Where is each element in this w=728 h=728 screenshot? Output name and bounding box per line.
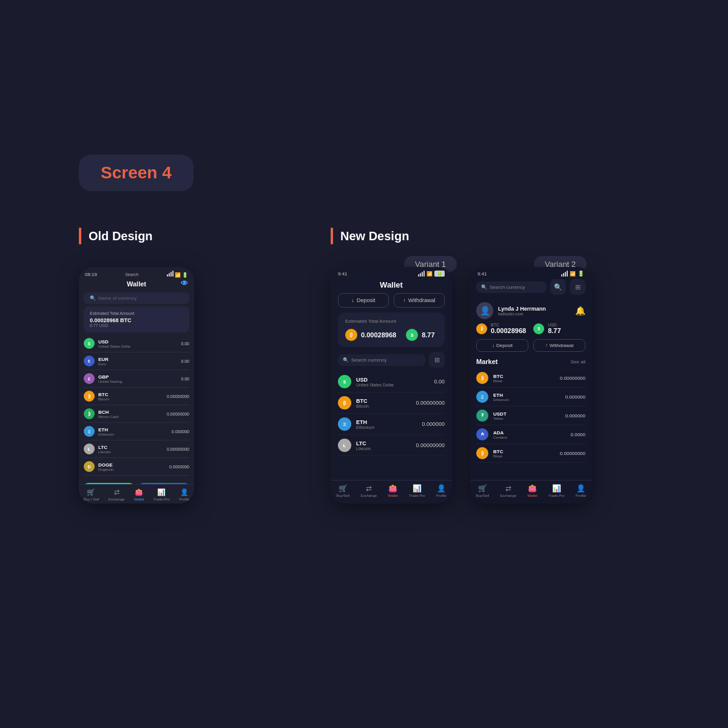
v1-btc-coin-icon: ₿	[345, 329, 357, 341]
v2-deposit-button[interactable]: ↓ Deposit	[476, 339, 528, 352]
v1-nav-tradepro[interactable]: 📊 Trade Pro	[409, 484, 425, 497]
wallet-icon: 👛	[135, 488, 143, 496]
list-item: € EUR Euro 0.00	[84, 352, 189, 370]
old-search-placeholder: Name of currency	[98, 295, 136, 301]
v2-nav-tradepro[interactable]: 📊 Trade Pro	[548, 484, 564, 497]
list-item: Ł LTC Litecoin 0.00000000	[338, 435, 445, 456]
old-total-box: Estimated Total Amount 0.00028968 BTC 8.…	[84, 306, 189, 332]
v2-search-icon: 🔍	[481, 285, 487, 290]
withdrawal-arrow-icon: ↑	[403, 297, 406, 303]
list-item: ₿ BTC Bitsat 0.00000000	[476, 369, 585, 388]
old-design-label: Old Design	[79, 228, 153, 244]
v1-nav-wallet[interactable]: 👛 Wallet	[388, 484, 397, 497]
list-item: Ð DOGE Dogecoin 0.0000000	[84, 458, 189, 476]
v2-profile-name: Lynda J Herrmann	[498, 306, 575, 312]
nav-item-exchange[interactable]: ⇄ Exchange	[109, 488, 125, 501]
v2-balance-row: ₿ BTC 0.00028968 $ USD 8.77	[470, 323, 592, 339]
phone-v2: 9:41 📶 🔋 🔍 Search currency 🔍 ⊞ 👤 Lynda J…	[470, 267, 592, 504]
v1-usd-coin-icon: $	[406, 329, 418, 341]
v2-deposit-icon: ↓	[492, 343, 494, 348]
phone-v1: 9:41 📶 🔋 Wallet ↓ Deposit ↑ Withdrawal E…	[331, 267, 452, 504]
v2-search-button[interactable]: 🔍	[550, 279, 566, 295]
v2-btc-label: BTC	[491, 323, 526, 327]
v2-exchange-icon: ⇄	[505, 484, 511, 493]
bch-icon: ₿	[84, 408, 95, 419]
v1-nav-profile[interactable]: 👤 Profile	[436, 484, 447, 497]
v2-btc-icon: ₿	[476, 372, 488, 384]
v2-withdrawal-button[interactable]: ↑ Withdrawal	[533, 339, 585, 352]
v1-search-field[interactable]: 🔍 Search currency	[338, 354, 425, 366]
v1-currency-list: $ USD United States Dollar 0.00 ₿ BTC Bi…	[338, 371, 445, 456]
v2-nav-exchange[interactable]: ⇄ Exchange	[500, 484, 516, 497]
v1-total-label: Estimated Total Amount	[345, 318, 437, 324]
v2-avatar: 👤	[476, 302, 493, 319]
v2-search-row: 🔍 Search currency 🔍 ⊞	[476, 279, 585, 295]
nav-item-tradepro[interactable]: 📊 Trade Pro	[153, 488, 169, 501]
ltc-icon: Ł	[84, 443, 95, 454]
v2-bell-icon[interactable]: 🔔	[575, 306, 585, 315]
v1-filter-button[interactable]: ⊞	[429, 352, 445, 368]
v1-total-section: Estimated Total Amount ₿ 0.00028968 $ 8.…	[338, 312, 445, 347]
old-total-label: Estimated Total Amount	[90, 311, 183, 315]
v2-wallet-nav-icon: 👛	[528, 484, 537, 493]
eye-icon[interactable]: 👁	[181, 279, 188, 288]
nav-item-wallet[interactable]: 👛 Wallet	[134, 488, 144, 501]
old-search-bar[interactable]: 🔍 Name of currency	[84, 292, 189, 304]
v2-btc2-icon: ₿	[476, 447, 488, 459]
v2-nav-profile[interactable]: 👤 Profile	[576, 484, 586, 497]
list-item: ₿ BTC Bitcoin 0.00000000	[84, 388, 189, 405]
phone-old: 08:19 Search 📶 🔋 Wallet 👁 🔍 Name of curr…	[79, 267, 194, 504]
v2-status-icons: 📶 🔋	[561, 271, 584, 277]
v2-usd-amount: 8.77	[548, 327, 561, 334]
old-nav-bar: 🛒 Buy / Sell ⇄ Exchange 👛 Wallet 📊 Trade…	[79, 484, 194, 504]
v2-usdt-icon: ₮	[476, 410, 488, 422]
list-item: £ GBP United Sterling 0.00	[84, 370, 189, 388]
list-item: $ USD United States Dollar 0.00	[84, 335, 189, 352]
list-item: ₿ BTC Bitsat 0.00000000	[476, 444, 585, 463]
list-item: Ł LTC Litecoin 0.00000000	[84, 440, 189, 458]
search-icon: 🔍	[90, 295, 96, 301]
tradepro-icon: 📊	[157, 488, 166, 496]
v2-buysell-icon: 🛒	[478, 484, 487, 493]
v1-title: Wallet	[331, 278, 452, 293]
v1-usd-icon: $	[338, 375, 351, 388]
v1-profile-icon: 👤	[437, 484, 446, 493]
v2-search-field[interactable]: 🔍 Search currency	[476, 281, 547, 293]
v1-btc-icon: ₿	[338, 396, 351, 410]
v2-search-placeholder: Search currency	[490, 285, 525, 290]
nav-item-buysell[interactable]: 🛒 Buy / Sell	[84, 488, 99, 501]
v2-usd-label: USD	[548, 323, 561, 327]
v2-profile-sub: hellootin.com	[498, 312, 575, 316]
gbp-icon: £	[84, 373, 95, 384]
v2-ada-icon: ₳	[476, 428, 488, 440]
old-total-usd: 8.77 USD	[90, 323, 183, 328]
btc-icon: ₿	[84, 391, 95, 402]
v2-status-bar: 9:41 📶 🔋	[470, 267, 592, 279]
buysell-icon: 🛒	[87, 488, 95, 496]
v2-nav-bar: 🛒 Buy/Sell ⇄ Exchange 👛 Wallet 📊 Trade P…	[470, 480, 592, 504]
nav-item-profile[interactable]: 👤 Profile	[179, 488, 189, 501]
v1-withdrawal-button[interactable]: ↑ Withdrawal	[394, 293, 445, 308]
v1-status-icons: 📶 🔋	[418, 271, 445, 277]
list-item: $ USD United States Dollar 0.00	[338, 371, 445, 393]
v2-profile-nav-icon: 👤	[576, 484, 585, 493]
usd-icon: $	[84, 338, 95, 349]
v1-exchange-icon: ⇄	[366, 484, 372, 493]
v2-nav-wallet[interactable]: 👛 Wallet	[527, 484, 537, 497]
v2-see-all[interactable]: See all	[571, 359, 585, 365]
v1-nav-buysell[interactable]: 🛒 Buy/Sell	[336, 484, 349, 497]
old-title: Wallet 👁	[79, 279, 194, 290]
v1-nav-bar: 🛒 Buy/Sell ⇄ Exchange 👛 Wallet 📊 Trade P…	[331, 480, 452, 504]
v2-btc-amount: 0.00028968	[491, 327, 526, 334]
deposit-arrow-icon: ↓	[351, 297, 354, 303]
v1-search-placeholder: Search currency	[351, 357, 386, 363]
eur-icon: €	[84, 356, 95, 366]
v1-action-btns: ↓ Deposit ↑ Withdrawal	[331, 293, 452, 312]
v2-filter-button[interactable]: ⊞	[570, 279, 585, 295]
v1-nav-exchange[interactable]: ⇄ Exchange	[360, 484, 377, 497]
eth-icon: Ξ	[84, 426, 95, 437]
v1-btc-amount: 0.00028968	[361, 331, 396, 339]
v1-deposit-button[interactable]: ↓ Deposit	[338, 293, 389, 308]
old-currency-list: $ USD United States Dollar 0.00 € EUR Eu…	[84, 335, 189, 476]
v2-nav-buysell[interactable]: 🛒 Buy/Sell	[476, 484, 489, 497]
